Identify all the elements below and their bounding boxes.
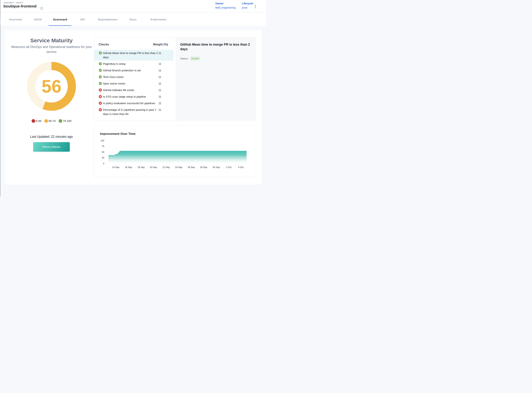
svg-text:56: 56	[41, 76, 61, 96]
